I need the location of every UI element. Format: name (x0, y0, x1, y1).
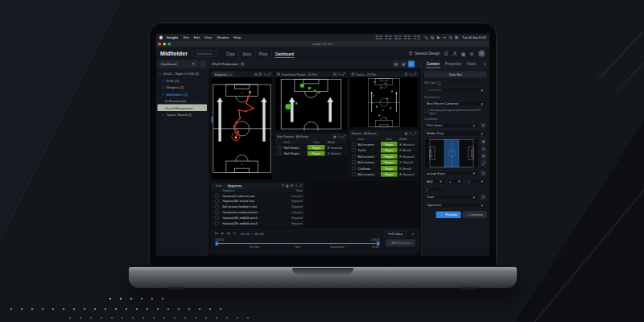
transport-repeat-button[interactable] (233, 232, 237, 237)
zone-picker-pitch[interactable] (424, 138, 479, 168)
table-row[interactable]: High RegainRegainB. Hayward (275, 145, 347, 151)
inspector-tab-content[interactable]: Content (424, 60, 443, 68)
table-row[interactable]: Ball recoveryRegainB. Hayward (350, 142, 419, 148)
clip-row[interactable]: Georgeson's effort on goalLost pass (212, 193, 304, 199)
plus-icon[interactable]: + (411, 232, 415, 236)
menu-item[interactable]: Window (214, 35, 231, 39)
xy-data-checkbox[interactable] (424, 109, 427, 113)
transport-play-button[interactable] (221, 232, 225, 237)
panel-icon-button[interactable]: ✎ (338, 135, 341, 138)
clip-row[interactable]: Hayward 48's missed shotRegained (212, 199, 304, 204)
row-checkbox[interactable] (352, 167, 356, 171)
avatar[interactable] (478, 50, 485, 57)
panel-icon-button[interactable] (259, 72, 262, 76)
add-sequence-button[interactable]: + Add Sequence (386, 240, 415, 247)
include-event-select[interactable]: Include Event ▾ (424, 171, 479, 177)
inspector-tab-properties[interactable]: Properties (442, 60, 464, 68)
app-tab-clips[interactable]: Clips (223, 48, 239, 59)
zone-preset-expand-button[interactable] (481, 160, 487, 167)
opponent-select[interactable]: Opponents ▾ (424, 202, 487, 208)
app-tab-story[interactable]: Story (238, 48, 255, 59)
panel-icon-button[interactable]: ✎ (263, 72, 266, 76)
clip-row[interactable]: Ball recovery leading to shotRegained (212, 204, 304, 210)
panel-icon-button[interactable] (342, 72, 345, 76)
row-checkbox[interactable] (278, 146, 282, 150)
search-icon[interactable] (448, 35, 452, 39)
row-checkbox[interactable] (278, 151, 282, 155)
zone-type-select[interactable]: Pitch Zones ▾ (424, 122, 479, 129)
add-condition-button[interactable]: + Condition (463, 212, 486, 219)
phone-icon[interactable] (424, 35, 428, 39)
keyboard-icon[interactable] (431, 35, 435, 39)
row-checkbox[interactable] (352, 160, 356, 164)
count-input[interactable] (424, 187, 445, 192)
menu-app-name[interactable]: Insight (164, 35, 180, 39)
zone-preset-columns-button[interactable]: ▥ (481, 146, 487, 152)
panel-icon-button[interactable]: ✎ (409, 132, 412, 135)
person-icon[interactable] (452, 52, 457, 56)
inspector-tab-feed[interactable]: Feed (464, 60, 478, 68)
row-checkbox[interactable] (352, 142, 356, 147)
clip-checkbox[interactable] (215, 194, 219, 198)
panel-icon-button[interactable]: ▦ (286, 184, 289, 188)
panel-icon-button[interactable] (299, 184, 303, 188)
session-design-button[interactable]: Session Design (409, 51, 440, 56)
panel-icon-button[interactable] (282, 184, 285, 188)
operator-select[interactable]: 1▾ (465, 179, 486, 185)
wifi-icon[interactable] (443, 35, 447, 39)
panel-icon-button[interactable]: ▦ (405, 132, 408, 135)
mode-pill[interactable]: Interactive (192, 51, 217, 57)
add-dashboard-button[interactable]: + (200, 61, 206, 68)
clip-row[interactable]: Hayward 48's midfield switchRegained (212, 221, 304, 226)
sequence-select[interactable]: Sequences ▾ (213, 72, 234, 76)
panel-icon-button[interactable] (405, 72, 408, 76)
plot-type-select[interactable]: Dashboard ▾ (424, 87, 487, 93)
panel-icon-button[interactable] (333, 72, 336, 76)
zone-preset-rows-button[interactable]: ▤ (481, 153, 487, 159)
apple-menu-icon[interactable] (159, 35, 163, 39)
menu-item[interactable]: Help (231, 35, 243, 39)
panel-icon-button[interactable] (268, 72, 271, 76)
clips-tab-sequences[interactable]: Sequences (225, 183, 245, 188)
delete-condition-button[interactable] (481, 194, 487, 200)
menu-item[interactable]: Edit (192, 35, 202, 39)
clip-checkbox[interactable] (215, 200, 219, 204)
grid-icon[interactable]: ▦ (461, 52, 466, 56)
menu-item[interactable]: File (181, 35, 192, 39)
clips-tab-drills[interactable]: Drills (213, 183, 225, 188)
sidebar-item[interactable]: ▸Wingers (2) (156, 84, 208, 91)
table-row[interactable]: ChallengeRegainR. Arnold (350, 166, 419, 172)
view-button-grid[interactable]: ▦ (393, 61, 399, 68)
clip-row[interactable]: Hayward 48's midfield switchRegained (212, 215, 304, 221)
slider-track[interactable] (217, 243, 379, 244)
row-checkbox[interactable] (352, 148, 356, 152)
operator-select[interactable]: AND▾ (424, 179, 445, 185)
table-row[interactable]: Ball recoveryRegainB. Hayward (350, 171, 419, 178)
clip-row[interactable]: Georgeson's misplaced passLost pass (212, 209, 304, 215)
clip-checkbox[interactable] (215, 205, 219, 209)
sidebar-item[interactable]: Out of Possession (158, 105, 208, 112)
control-center-icon[interactable] (455, 35, 459, 39)
panel-icon-button[interactable] (414, 72, 417, 76)
table-row[interactable]: High RegainRegainS. Howard (275, 151, 347, 157)
sidebar-item[interactable]: In Possession (156, 97, 208, 105)
panel-icon-button[interactable] (254, 72, 258, 76)
clip-checkbox[interactable] (215, 210, 219, 214)
panel-icon-button[interactable]: ✎ (338, 72, 341, 76)
full-video-button[interactable]: Full Video (384, 231, 407, 237)
row-checkbox[interactable] (352, 172, 356, 176)
double-chevron-right-icon[interactable]: » (483, 62, 488, 67)
app-tab-plots[interactable]: Plots (255, 48, 271, 59)
team-select[interactable]: Team ▾ (424, 194, 479, 200)
view-button-layout[interactable]: ▣ (401, 61, 407, 68)
app-tab-dashboard[interactable]: Dashboard (271, 48, 298, 59)
zone-value-select[interactable]: Middle Third ▾ (424, 130, 487, 137)
transport-skip-back-button[interactable] (215, 232, 219, 237)
sidebar-item[interactable]: ▾22v22 - Night 5 9:06 (2) (156, 70, 208, 77)
data-source-select[interactable]: Most Recent Combined ▾ (424, 101, 487, 107)
menu-item[interactable]: View (202, 35, 214, 39)
zone-preset-grid-button[interactable]: ▦ (481, 138, 487, 145)
slider-handle-start[interactable] (216, 242, 219, 246)
delete-condition-button[interactable] (481, 122, 487, 129)
panel-icon-button[interactable] (342, 134, 345, 138)
